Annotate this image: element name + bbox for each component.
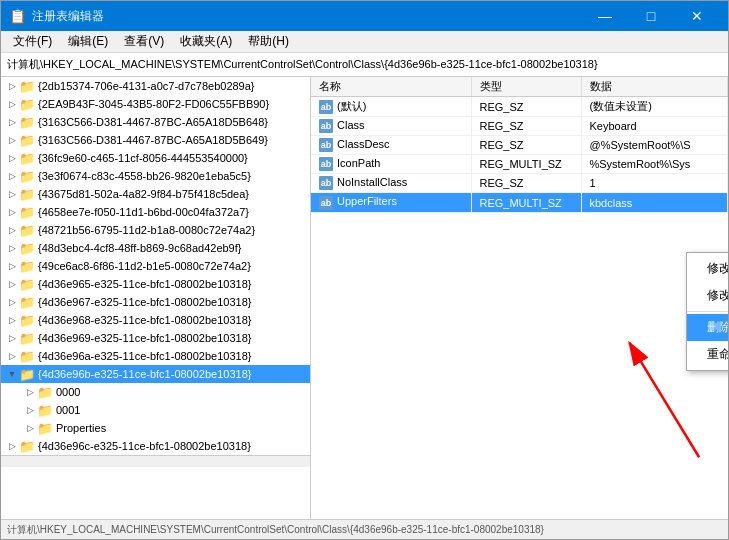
expand-icon: ▷ (5, 133, 19, 147)
expand-icon: ▷ (5, 331, 19, 345)
close-button[interactable]: ✕ (674, 1, 720, 31)
folder-icon: 📁 (19, 241, 35, 256)
tree-item-label: {4658ee7e-f050-11d1-b6bd-00c04fa372a7} (38, 206, 249, 218)
tree-item-label: Properties (56, 422, 106, 434)
tree-item[interactable]: ▷📁{4d36e967-e325-11ce-bfc1-08002be10318} (1, 293, 310, 311)
folder-icon: 📁 (19, 115, 35, 130)
menu-item[interactable]: 收藏夹(A) (172, 31, 240, 52)
registry-panel: 名称 类型 数据 ab(默认)REG_SZ(数值未设置)abClassREG_S… (311, 77, 728, 519)
reg-value-icon: ab (319, 100, 333, 114)
expand-icon: ▷ (5, 439, 19, 453)
tree-item-label: {3163C566-D381-4467-87BC-A65A18D5B648} (38, 116, 268, 128)
reg-value-icon: ab (319, 119, 333, 133)
menu-item[interactable]: 编辑(E) (60, 31, 116, 52)
folder-icon: 📁 (37, 385, 53, 400)
expand-icon: ▷ (5, 151, 19, 165)
expand-icon: ▼ (5, 367, 19, 381)
tree-item[interactable]: ▼📁{4d36e96b-e325-11ce-bfc1-08002be10318} (1, 365, 310, 383)
folder-icon: 📁 (19, 79, 35, 94)
tree-item-label: {4d36e965-e325-11ce-bfc1-08002be10318} (38, 278, 251, 290)
status-text: 计算机\HKEY_LOCAL_MACHINE\SYSTEM\CurrentCon… (7, 523, 544, 537)
table-row[interactable]: abNoInstallClassREG_SZ1 (311, 174, 728, 193)
folder-icon: 📁 (19, 277, 35, 292)
tree-item[interactable]: ▷📁{4d36e969-e325-11ce-bfc1-08002be10318} (1, 329, 310, 347)
expand-icon: ▷ (5, 169, 19, 183)
context-menu-item-1[interactable]: 修改二进制数据(B)... (687, 282, 728, 309)
reg-value-icon: ab (319, 196, 333, 210)
table-row[interactable]: abClassREG_SZKeyboard (311, 117, 728, 136)
expand-icon: ▷ (5, 79, 19, 93)
col-type: 类型 (471, 77, 581, 97)
tree-item[interactable]: ▷📁{4d36e965-e325-11ce-bfc1-08002be10318} (1, 275, 310, 293)
tree-item[interactable]: ▷📁0000 (1, 383, 310, 401)
expand-icon: ▷ (5, 205, 19, 219)
tree-item-label: 0001 (56, 404, 80, 416)
tree-item[interactable]: ▷📁{4658ee7e-f050-11d1-b6bd-00c04fa372a7} (1, 203, 310, 221)
menu-item[interactable]: 查看(V) (116, 31, 172, 52)
tree-item[interactable]: ▷📁{36fc9e60-c465-11cf-8056-444553540000} (1, 149, 310, 167)
table-row[interactable]: abIconPathREG_MULTI_SZ%SystemRoot%\Sys (311, 155, 728, 174)
context-menu: 修改(M)...修改二进制数据(B)...删除(D)重命名(R) (686, 252, 728, 371)
tree-item-label: {4d36e967-e325-11ce-bfc1-08002be10318} (38, 296, 251, 308)
tree-item[interactable]: ▷📁0001 (1, 401, 310, 419)
folder-icon: 📁 (19, 331, 35, 346)
context-menu-item-2[interactable]: 删除(D) (687, 314, 728, 341)
tree-panel[interactable]: ▷📁{2db15374-706e-4131-a0c7-d7c78eb0289a}… (1, 77, 311, 519)
folder-icon: 📁 (19, 169, 35, 184)
menu-item[interactable]: 文件(F) (5, 31, 60, 52)
window-title: 注册表编辑器 (32, 8, 104, 25)
context-menu-item-3[interactable]: 重命名(R) (687, 341, 728, 368)
title-bar-controls: — □ ✕ (582, 1, 720, 31)
tree-item-label: {4d36e96c-e325-11ce-bfc1-08002be10318} (38, 440, 251, 452)
main-content: ▷📁{2db15374-706e-4131-a0c7-d7c78eb0289a}… (1, 77, 728, 519)
tree-item-label: {48d3ebc4-4cf8-48ff-b869-9c68ad42eb9f} (38, 242, 241, 254)
folder-icon: 📁 (19, 367, 35, 382)
expand-icon: ▷ (5, 241, 19, 255)
tree-item-label: {3163C566-D381-4467-87BC-A65A18D5B649} (38, 134, 268, 146)
title-bar: 📋 注册表编辑器 — □ ✕ (1, 1, 728, 31)
folder-icon: 📁 (19, 133, 35, 148)
table-row[interactable]: abUpperFiltersREG_MULTI_SZkbdclass (311, 193, 728, 212)
expand-icon: ▷ (5, 187, 19, 201)
tree-item[interactable]: ▷📁Properties (1, 419, 310, 437)
expand-icon: ▷ (23, 403, 37, 417)
context-menu-item-0[interactable]: 修改(M)... (687, 255, 728, 282)
folder-icon: 📁 (19, 187, 35, 202)
expand-icon: ▷ (5, 277, 19, 291)
tree-hscrollbar[interactable] (1, 455, 310, 467)
main-window: 📋 注册表编辑器 — □ ✕ 文件(F)编辑(E)查看(V)收藏夹(A)帮助(H… (0, 0, 729, 540)
context-menu-separator (687, 311, 728, 312)
minimize-button[interactable]: — (582, 1, 628, 31)
tree-item-label: {48721b56-6795-11d2-b1a8-0080c72e74a2} (38, 224, 255, 236)
tree-item[interactable]: ▷📁{4d36e968-e325-11ce-bfc1-08002be10318} (1, 311, 310, 329)
expand-icon: ▷ (5, 97, 19, 111)
status-bar: 计算机\HKEY_LOCAL_MACHINE\SYSTEM\CurrentCon… (1, 519, 728, 539)
tree-item[interactable]: ▷📁{43675d81-502a-4a82-9f84-b75f418c5dea} (1, 185, 310, 203)
table-row[interactable]: ab(默认)REG_SZ(数值未设置) (311, 97, 728, 117)
tree-item[interactable]: ▷📁{49ce6ac8-6f86-11d2-b1e5-0080c72e74a2} (1, 257, 310, 275)
folder-icon: 📁 (19, 259, 35, 274)
menu-item[interactable]: 帮助(H) (240, 31, 297, 52)
tree-item[interactable]: ▷📁{3163C566-D381-4467-87BC-A65A18D5B648} (1, 113, 310, 131)
tree-item-label: {36fc9e60-c465-11cf-8056-444553540000} (38, 152, 248, 164)
tree-item-label: {2EA9B43F-3045-43B5-80F2-FD06C55FBB90} (38, 98, 269, 110)
tree-item[interactable]: ▷📁{48721b56-6795-11d2-b1a8-0080c72e74a2} (1, 221, 310, 239)
folder-icon: 📁 (19, 349, 35, 364)
tree-item-label: {4d36e969-e325-11ce-bfc1-08002be10318} (38, 332, 251, 344)
maximize-button[interactable]: □ (628, 1, 674, 31)
tree-item-label: {49ce6ac8-6f86-11d2-b1e5-0080c72e74a2} (38, 260, 251, 272)
tree-item[interactable]: ▷📁{2db15374-706e-4131-a0c7-d7c78eb0289a} (1, 77, 310, 95)
table-row[interactable]: abClassDescREG_SZ@%SystemRoot%\S (311, 136, 728, 155)
tree-item[interactable]: ▷📁{4d36e96c-e325-11ce-bfc1-08002be10318} (1, 437, 310, 455)
tree-item[interactable]: ▷📁{3163C566-D381-4467-87BC-A65A18D5B649} (1, 131, 310, 149)
tree-item[interactable]: ▷📁{4d36e96a-e325-11ce-bfc1-08002be10318} (1, 347, 310, 365)
col-data: 数据 (581, 77, 728, 97)
menu-bar: 文件(F)编辑(E)查看(V)收藏夹(A)帮助(H) (1, 31, 728, 53)
address-bar: 计算机\HKEY_LOCAL_MACHINE\SYSTEM\CurrentCon… (1, 53, 728, 77)
expand-icon: ▷ (5, 349, 19, 363)
tree-item[interactable]: ▷📁{2EA9B43F-3045-43B5-80F2-FD06C55FBB90} (1, 95, 310, 113)
tree-item[interactable]: ▷📁{48d3ebc4-4cf8-48ff-b869-9c68ad42eb9f} (1, 239, 310, 257)
folder-icon: 📁 (19, 205, 35, 220)
tree-item[interactable]: ▷📁{3e3f0674-c83c-4558-bb26-9820e1eba5c5} (1, 167, 310, 185)
expand-icon: ▷ (5, 313, 19, 327)
